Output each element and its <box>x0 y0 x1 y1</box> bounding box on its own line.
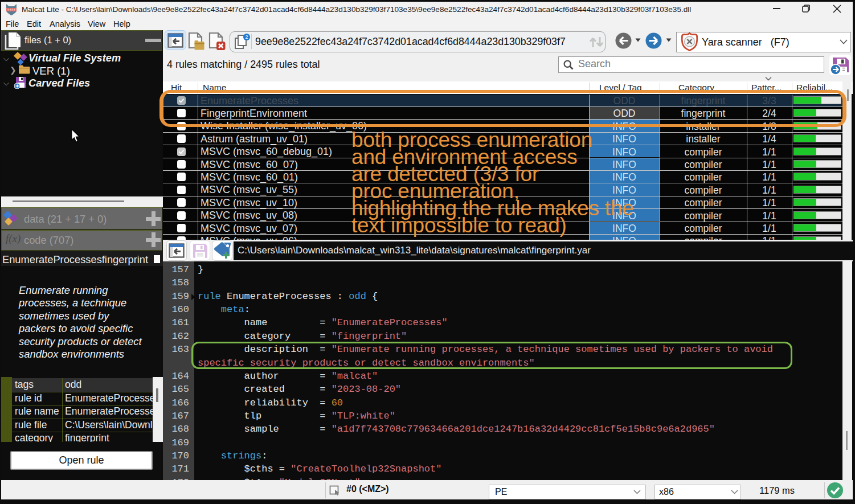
svg-text:2: 2 <box>245 34 248 40</box>
